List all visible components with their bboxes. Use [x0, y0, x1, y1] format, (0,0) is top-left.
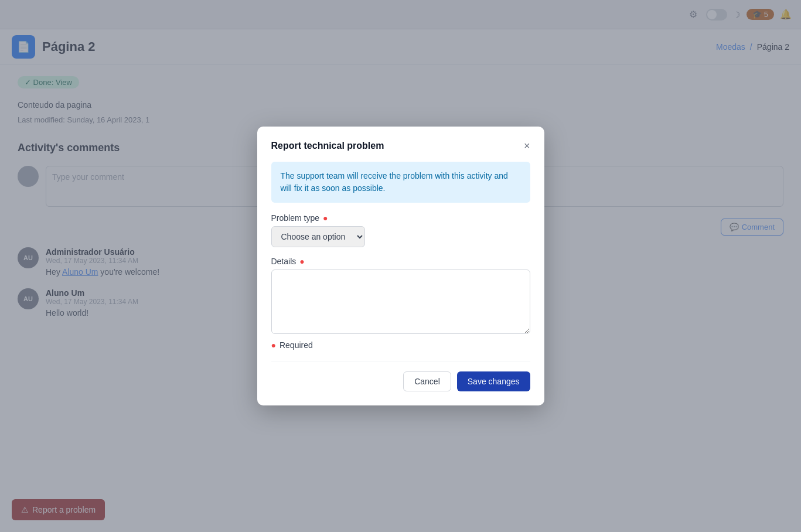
save-button[interactable]: Save changes	[457, 371, 530, 391]
required-icon: ●	[299, 257, 304, 266]
cancel-button[interactable]: Cancel	[403, 371, 451, 391]
modal-header: Report technical problem ×	[271, 141, 530, 151]
required-text: Required	[280, 340, 313, 350]
modal-info-box: The support team will receive the proble…	[271, 162, 530, 203]
details-label: Details ●	[271, 257, 530, 266]
problem-type-select[interactable]: Choose an option Bug Error Other	[271, 226, 365, 247]
modal-close-button[interactable]: ×	[524, 141, 530, 151]
problem-type-label-text: Problem type	[271, 213, 319, 223]
required-row: ● Required	[271, 340, 530, 350]
problem-type-label: Problem type ●	[271, 213, 530, 223]
required-icon: ●	[271, 340, 276, 350]
details-textarea[interactable]	[271, 270, 530, 334]
report-modal: Report technical problem × The support t…	[257, 127, 544, 405]
details-label-text: Details	[271, 257, 296, 266]
modal-title: Report technical problem	[271, 141, 384, 151]
required-icon: ●	[323, 213, 328, 223]
modal-footer: Cancel Save changes	[271, 362, 530, 391]
